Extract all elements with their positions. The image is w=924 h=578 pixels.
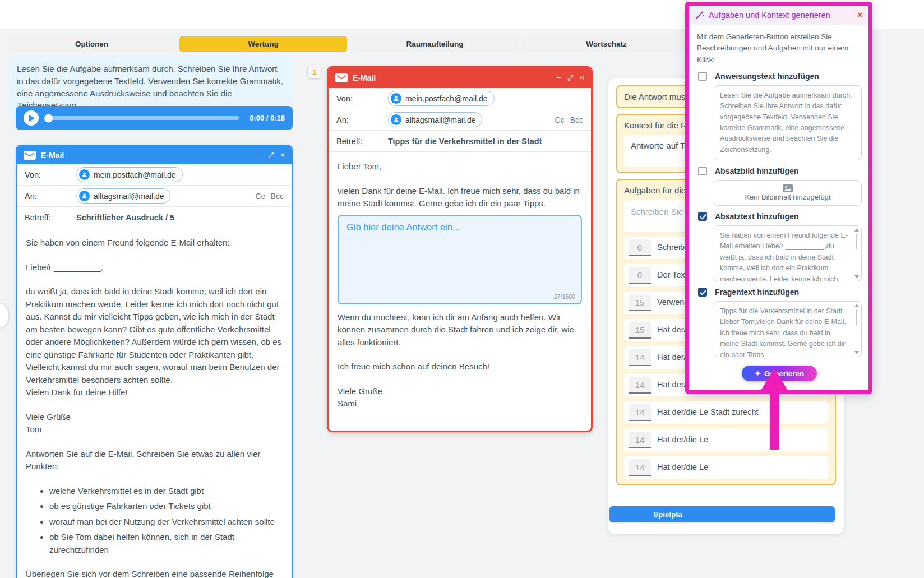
fragentext-content: Tipps für die Verkehrsmittel in der Stad… bbox=[720, 306, 849, 357]
maximize-icon[interactable]: ⤢ bbox=[268, 151, 274, 160]
tab-raumaufteilung[interactable]: Raumaufteilung bbox=[351, 36, 519, 52]
window-controls: − ⤢ × bbox=[556, 73, 584, 82]
answer-email-window: E-Mail − ⤢ × Von: mein.postfach@mail.de … bbox=[327, 66, 593, 432]
char-counter: 27/1500 bbox=[554, 293, 575, 302]
task-row[interactable]: 14 Hat der/die Le bbox=[624, 456, 828, 479]
absatztext-textarea[interactable]: Sie haben von einem Freund folgende E-Ma… bbox=[714, 225, 862, 281]
scroll-down-icon[interactable] bbox=[854, 351, 859, 354]
scroll-thumb[interactable] bbox=[856, 309, 857, 325]
from-label: Von: bbox=[336, 94, 388, 103]
subject-row: Betreff: Tipps für die Verkehrsmittel in… bbox=[329, 131, 591, 152]
scroll-down-icon[interactable] bbox=[854, 275, 859, 279]
tab-wortschatz[interactable]: Wortschatz bbox=[523, 36, 690, 52]
sparkle-icon: ✦ bbox=[755, 369, 761, 378]
spielplan-button[interactable]: Spielpla bbox=[609, 506, 835, 522]
fragentext-textarea[interactable]: Tipps für die Verkehrsmittel in der Stad… bbox=[714, 301, 862, 357]
close-icon[interactable]: × bbox=[280, 151, 285, 160]
task-bullet: ob Sie Tom dabei helfen können, sich in … bbox=[49, 531, 283, 556]
answer-signoff: Viele Grüße Sami bbox=[338, 385, 582, 410]
audio-progress-knob[interactable] bbox=[44, 114, 53, 122]
task-score-input[interactable]: 15 bbox=[629, 294, 651, 311]
anweisungstext-textarea[interactable]: Lesen Sie die Aufgabe aufmerksam durch. … bbox=[714, 85, 862, 160]
from-label: Von: bbox=[25, 170, 76, 179]
audio-progress-bar[interactable] bbox=[45, 116, 239, 120]
option-label: Absatztext hinzufügen bbox=[715, 212, 798, 221]
from-address: mein.postfach@mail.de bbox=[94, 170, 176, 179]
from-address-chip[interactable]: mein.postfach@mail.de bbox=[76, 167, 183, 182]
task-score-input[interactable]: 0 bbox=[629, 239, 651, 256]
task-row-text: Hat der/die Le Stadt zurecht bbox=[657, 407, 759, 418]
from-row: Von: mein.postfach@mail.de bbox=[329, 88, 591, 109]
to-address-chip[interactable]: alltagsmail@mail.de bbox=[76, 188, 170, 204]
to-address-chip[interactable]: alltagsmail@mail.de bbox=[388, 112, 482, 127]
bcc-button[interactable]: Bcc bbox=[570, 115, 583, 124]
absatzbild-checkbox[interactable] bbox=[698, 167, 707, 175]
absatztext-checkbox[interactable] bbox=[698, 212, 707, 221]
cc-bcc: Cc Bcc bbox=[256, 192, 284, 201]
answer-email-body: Lieber Tom, vielen Dank für deine E-Mail… bbox=[329, 152, 591, 431]
spielplan-button-label: Spielpla bbox=[653, 510, 682, 519]
side-drawer-handle[interactable] bbox=[0, 303, 9, 328]
tab-wertung[interactable]: Wertung bbox=[179, 36, 347, 52]
task-score-input[interactable]: 15 bbox=[629, 322, 651, 339]
subject-value: Tipps für die Verkehrsmittel in der Stad… bbox=[388, 137, 542, 146]
email-signoff: Viele Grüße Tom bbox=[26, 411, 283, 436]
tab-bar: Optionen Wertung Raumaufteilung Wortscha… bbox=[8, 36, 690, 52]
from-address-chip[interactable]: mein.postfach@mail.de bbox=[388, 91, 495, 106]
item-number-badge: 1 bbox=[308, 65, 321, 78]
scroll-up-icon[interactable] bbox=[854, 228, 859, 232]
option-absatzbild: Absatzbild hinzufügen bbox=[698, 167, 862, 175]
minimize-icon[interactable]: − bbox=[257, 151, 261, 160]
tab-optionen[interactable]: Optionen bbox=[8, 36, 175, 52]
anweisungstext-checkbox[interactable] bbox=[698, 72, 707, 81]
avatar-icon bbox=[391, 114, 401, 125]
generate-modal: Aufgaben und Kontext generieren × Mit de… bbox=[685, 2, 872, 394]
reply-textarea[interactable] bbox=[339, 216, 581, 303]
task-score-input[interactable]: 14 bbox=[629, 404, 651, 421]
task-score-input[interactable]: 14 bbox=[629, 377, 651, 394]
close-icon[interactable]: × bbox=[857, 10, 863, 21]
minimize-icon[interactable]: − bbox=[556, 73, 561, 82]
option-anweisungstext: Anweisungstext hinzufügen bbox=[698, 72, 862, 81]
generate-modal-title: Aufgaben und Kontext generieren bbox=[709, 11, 830, 20]
scrollbar[interactable] bbox=[853, 228, 860, 279]
answer-greeting: Lieber Tom, bbox=[338, 160, 582, 173]
task-score-input[interactable]: 0 bbox=[629, 267, 651, 284]
maximize-icon[interactable]: ⤢ bbox=[567, 73, 573, 82]
bcc-button[interactable]: Bcc bbox=[271, 192, 284, 201]
avatar-icon bbox=[391, 93, 401, 104]
task-score-input[interactable]: 14 bbox=[629, 459, 651, 476]
task-bullet: welche Verkehrsmittel es in der Stadt gi… bbox=[49, 485, 283, 498]
scroll-thumb[interactable] bbox=[856, 234, 857, 249]
play-button[interactable] bbox=[24, 110, 39, 126]
magic-wand-icon bbox=[695, 11, 704, 20]
to-label: An: bbox=[25, 192, 76, 201]
task-bullet: ob es günstige Fahrkarten oder Tickets g… bbox=[49, 500, 283, 513]
envelope-icon bbox=[335, 73, 348, 82]
avatar-icon bbox=[79, 169, 90, 180]
from-address: mein.postfach@mail.de bbox=[405, 94, 488, 103]
close-icon[interactable]: × bbox=[580, 73, 584, 82]
absatzbild-dropzone[interactable]: Kein Bildinhalt hinzugefügt bbox=[714, 180, 862, 206]
scroll-up-icon[interactable] bbox=[854, 304, 859, 307]
generate-modal-description: Mit dem Generieren-Button erstellen Sie … bbox=[697, 31, 862, 66]
task-prompt: Antworten Sie auf die E-Mail. Schreiben … bbox=[26, 448, 283, 473]
window-controls: − ⤢ × bbox=[257, 151, 285, 160]
cc-button[interactable]: Cc bbox=[256, 192, 265, 201]
cc-button[interactable]: Cc bbox=[555, 115, 565, 124]
task-score-input[interactable]: 14 bbox=[629, 349, 651, 366]
task-row[interactable]: 14 Hat der/die Le Stadt zurecht bbox=[624, 401, 828, 424]
app-root: Optionen Wertung Raumaufteilung Wortscha… bbox=[0, 0, 924, 578]
task-score-input[interactable]: 14 bbox=[629, 432, 651, 448]
to-label: An: bbox=[336, 115, 388, 124]
scrollbar[interactable] bbox=[853, 304, 860, 354]
no-image-text: Kein Bildinhalt hinzugefügt bbox=[745, 193, 830, 201]
generate-modal-body: Mit dem Generieren-Button erstellen Sie … bbox=[689, 25, 868, 381]
answer-para2: Wenn du möchtest, kann ich dir am Anfang… bbox=[338, 311, 582, 349]
email-text: du weißt ja, dass ich bald in deine Stad… bbox=[26, 285, 283, 399]
subject-row: Betreff: Schriftlicher Ausdruck / 5 bbox=[17, 207, 292, 228]
absatztext-content: Sie haben von einem Freund folgende E-Ma… bbox=[720, 230, 849, 281]
fragentext-checkbox[interactable] bbox=[698, 288, 707, 297]
task-row[interactable]: 14 Hat der/die Le bbox=[624, 429, 828, 451]
option-absatztext: Absatztext hinzufügen bbox=[698, 212, 862, 221]
